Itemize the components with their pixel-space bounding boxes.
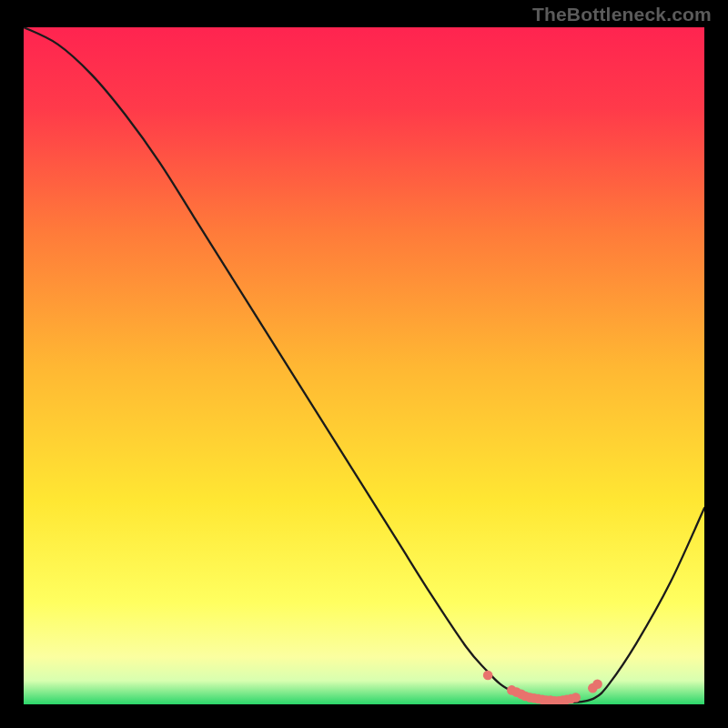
optimal-dot: [483, 671, 493, 681]
optimal-dot: [592, 679, 602, 689]
plot-area: [24, 27, 704, 704]
chart-frame: TheBottleneck.com: [0, 0, 728, 728]
heat-background: [24, 27, 704, 704]
optimal-dot: [571, 693, 581, 703]
watermark-text: TheBottleneck.com: [532, 4, 712, 25]
chart-svg: [24, 27, 704, 704]
